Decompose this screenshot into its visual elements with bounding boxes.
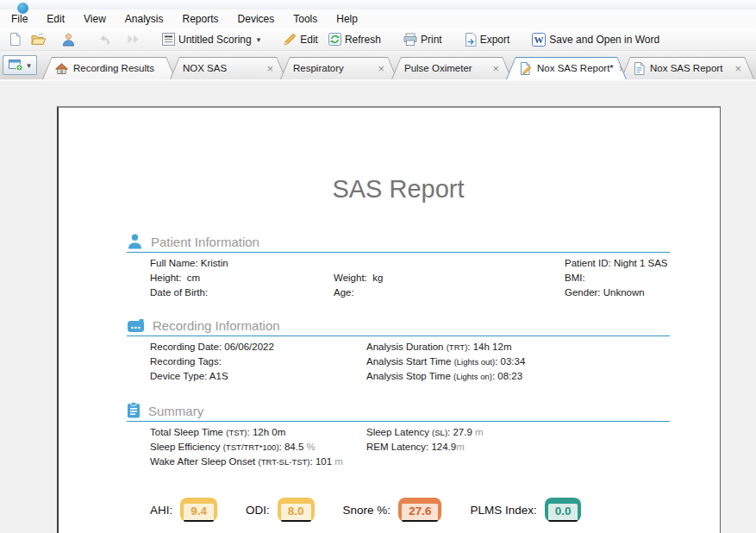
undo-icon — [97, 34, 111, 46]
scoring-caret-icon: ▾ — [257, 35, 261, 44]
metric-plms-index: PLMS Index: 0.0 — [470, 498, 581, 522]
export-button[interactable]: Export — [459, 31, 515, 48]
report-edit-icon — [519, 62, 532, 75]
info-cell: Sleep Latency (SL): 27.9 m — [366, 425, 670, 440]
tab-label: NOX SAS — [183, 63, 261, 73]
section-summary: Summary Total Sleep Time (TST): 12h 0mSl… — [127, 402, 670, 469]
scoring-list-icon — [162, 33, 175, 46]
info-row: Wake After Sleep Onset (TRT-SL-TST): 101… — [150, 455, 670, 469]
menu-edit[interactable]: Edit — [37, 10, 74, 28]
section-rows: Total Sleep Time (TST): 12h 0mSleep Late… — [127, 422, 670, 469]
fast-forward-button[interactable] — [122, 33, 145, 46]
menu-tools[interactable]: Tools — [284, 10, 327, 28]
section-heading: Patient Information — [151, 235, 259, 249]
menu-reports[interactable]: Reports — [173, 10, 228, 28]
metrics-row: AHI: 9.4 ODI: 8.0 Snore %: 27.6 PLMS Ind… — [127, 498, 670, 522]
info-cell: Analysis Start Time (Lights out): 03:34 — [366, 354, 670, 369]
metric-value: 27.6 — [402, 504, 438, 522]
close-icon[interactable]: × — [266, 63, 273, 74]
refresh-button[interactable]: Refresh — [323, 31, 386, 47]
info-cell: Patient ID: Night 1 SAS — [565, 256, 670, 271]
info-row: Device Type: A1SAnalysis Stop Time (Ligh… — [150, 369, 670, 384]
word-label: Save and Open in Word — [549, 34, 659, 46]
tab-label: Respiratory — [293, 63, 372, 73]
open-folder-icon — [31, 33, 47, 46]
info-cell: Device Type: A1S — [150, 369, 366, 384]
scoring-selector[interactable]: Untitled Scoring ▾ — [157, 31, 266, 47]
info-cell: Sleep Efficiency (TST/TRT*100): 84.5 % — [150, 440, 366, 455]
metric-snore: Snore %: 27.6 — [343, 498, 442, 522]
refresh-icon — [328, 33, 341, 46]
info-cell: Age: — [334, 285, 565, 300]
close-icon[interactable]: × — [378, 63, 384, 74]
info-cell: Recording Tags: — [150, 354, 366, 369]
metric-label: PLMS Index: — [470, 504, 536, 517]
section-rows: Recording Date: 06/06/2022Analysis Durat… — [127, 336, 670, 384]
window-titlebar — [0, 0, 756, 9]
report-icon — [634, 62, 645, 75]
info-row: Height: cmWeight: kgBMI: — [150, 271, 670, 285]
device-icon — [127, 318, 145, 333]
close-icon[interactable]: × — [492, 63, 499, 74]
menu-devices[interactable]: Devices — [228, 10, 284, 28]
section-heading: Summary — [148, 404, 203, 418]
menu-help[interactable]: Help — [327, 10, 367, 28]
info-cell: Full Name: Kristin — [150, 256, 334, 271]
info-cell: Analysis Duration (TRT): 14h 12m — [366, 340, 670, 354]
menu-view[interactable]: View — [74, 10, 116, 28]
person-icon — [127, 233, 143, 249]
metric-ahi: AHI: 9.4 — [150, 498, 217, 522]
add-workspace-icon — [9, 60, 23, 72]
info-row: Total Sleep Time (TST): 12h 0mSleep Late… — [150, 425, 670, 440]
svg-text:W: W — [534, 34, 544, 45]
undo-button[interactable] — [92, 32, 116, 47]
info-cell: Weight: kg — [334, 271, 565, 285]
open-recording-button[interactable] — [26, 31, 52, 47]
section-patient-information: Patient Information Full Name: KristinPa… — [127, 233, 670, 300]
report-page: SAS Report Patient Information Full Name… — [57, 106, 721, 533]
print-button[interactable]: Print — [398, 31, 447, 47]
info-row: Date of Birth:Age:Gender: Unknown — [150, 285, 670, 300]
metric-value: 8.0 — [281, 504, 311, 522]
tab-nox-sas[interactable]: NOX SAS × — [170, 57, 286, 79]
new-document-button[interactable] — [4, 31, 26, 47]
tab-pulse-oximeter[interactable]: Pulse Oximeter × — [391, 57, 512, 79]
menu-analysis[interactable]: Analysis — [116, 10, 173, 28]
tab-respiratory[interactable]: Respiratory × — [280, 57, 397, 79]
info-cell: Height: cm — [150, 271, 334, 285]
metric-badge: 9.4 — [180, 498, 217, 522]
info-cell: Total Sleep Time (TST): 12h 0m — [150, 425, 366, 440]
tab-label: Recording Results — [73, 63, 163, 73]
close-icon[interactable]: × — [734, 63, 741, 74]
tab-label: Pulse Oximeter — [404, 63, 487, 73]
metric-value: 9.4 — [184, 504, 214, 522]
patient-button[interactable] — [57, 31, 80, 48]
word-icon: W — [532, 33, 546, 47]
save-open-word-button[interactable]: W Save and Open in Word — [527, 31, 665, 48]
refresh-label: Refresh — [345, 34, 381, 46]
toolbar: Untitled Scoring ▾ Edit Refresh Print Ex… — [0, 28, 756, 51]
content-area: SAS Report Patient Information Full Name… — [0, 81, 756, 533]
tab-bar: ▾ Recording Results NOX SAS × Respirator… — [0, 51, 756, 81]
export-icon — [465, 33, 477, 47]
section-recording-information: Recording Information Recording Date: 06… — [127, 318, 670, 384]
metric-value: 0.0 — [548, 504, 578, 522]
metric-badge: 27.6 — [398, 498, 441, 522]
edit-label: Edit — [300, 34, 318, 46]
metric-badge: 0.0 — [545, 498, 582, 522]
tabs: Recording Results NOX SAS × Respiratory … — [42, 51, 748, 79]
metric-label: AHI: — [150, 504, 172, 517]
tab-nox-sas-report-edited[interactable]: Nox SAS Report* × — [506, 57, 627, 79]
edit-button[interactable]: Edit — [278, 31, 323, 48]
new-workspace-caret-icon: ▾ — [27, 61, 31, 70]
tab-label: Nox SAS Report* — [537, 63, 614, 73]
tab-nox-sas-report[interactable]: Nox SAS Report × — [621, 57, 754, 79]
printer-icon — [403, 33, 417, 46]
new-workspace-button[interactable]: ▾ — [3, 55, 37, 75]
info-row: Sleep Efficiency (TST/TRT*100): 84.5 %RE… — [150, 440, 670, 455]
info-cell: Analysis Stop Time (Lights on): 08:23 — [366, 369, 670, 384]
menu-bar: File Edit View Analysis Reports Devices … — [0, 9, 756, 28]
tab-recording-results[interactable]: Recording Results — [42, 57, 176, 79]
info-row: Recording Tags:Analysis Start Time (Ligh… — [150, 354, 670, 369]
clipboard-icon — [127, 402, 141, 418]
